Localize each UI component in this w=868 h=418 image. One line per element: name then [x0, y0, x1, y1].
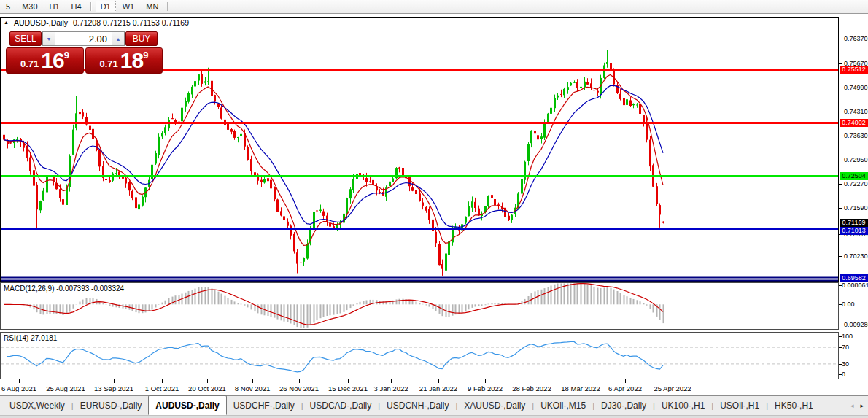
- date-tick-label: 13 Sep 2021: [94, 384, 133, 392]
- date-tick-label: 8 Nov 2021: [235, 384, 271, 392]
- indicator-tick-label: 100: [842, 333, 853, 340]
- timeframe-button-W1[interactable]: W1: [117, 1, 140, 12]
- chart-tab-usoil-h1[interactable]: USOil-,H1: [713, 397, 766, 414]
- chart-symbol-label: AUDUSD-,Daily: [14, 18, 68, 27]
- buy-price-button[interactable]: 0.71 18 9: [85, 47, 163, 74]
- indicator-tick-label: 0.00: [842, 301, 855, 308]
- volume-increase-button[interactable]: ▲: [112, 32, 124, 45]
- chart-ohlc-values: 0.71208 0.71215 0.71153 0.71169: [73, 18, 189, 27]
- date-tick-label: 25 Apr 2022: [654, 384, 691, 392]
- price-tick-label: 0.70230: [844, 252, 868, 260]
- buy-price-big: 18: [120, 50, 143, 71]
- timeframe-button-M30[interactable]: M30: [17, 1, 42, 12]
- date-tick-label: 26 Nov 2021: [279, 384, 319, 392]
- up-arrow-icon: ▲: [116, 36, 121, 42]
- date-tick-label: 28 Feb 2022: [512, 384, 551, 392]
- date-tick-label: 3 Jan 2022: [373, 384, 408, 392]
- down-arrow-icon: ▼: [47, 36, 52, 42]
- buy-button[interactable]: BUY: [125, 31, 158, 46]
- one-click-trading-panel: SELL ▼ ▲ BUY 0.71 16 9 0.71 18 9: [6, 31, 163, 73]
- timeframe-button-MN[interactable]: MN: [141, 1, 163, 12]
- chart-tab-usdchf-daily[interactable]: USDCHF-,Daily: [227, 397, 301, 414]
- volume-input[interactable]: [55, 32, 112, 45]
- tab-scroll-right-icon[interactable]: ▸: [860, 402, 864, 409]
- tabbar-bottom-strip: [0, 415, 868, 418]
- sell-price-button[interactable]: 0.71 16 9: [6, 47, 84, 74]
- chart-tab-usdcad-daily[interactable]: USDCAD-,Daily: [303, 397, 379, 414]
- indicator-tick-label: 70: [842, 344, 849, 351]
- sell-price-big: 16: [41, 50, 63, 71]
- timeframe-button-5[interactable]: 5: [1, 1, 15, 12]
- price-level-badge: 0.75512: [840, 66, 868, 74]
- date-tick-label: 6 Apr 2022: [608, 384, 642, 392]
- date-tick-label: 6 Aug 2021: [1, 384, 36, 392]
- indicator-tick-label: 30: [842, 360, 849, 368]
- chart-tab-dj30-daily[interactable]: DJ30-,Daily: [594, 397, 653, 414]
- chart-tab-usdcnh-daily[interactable]: USDCNH-,Daily: [380, 397, 455, 414]
- chart-tab-bar: USDX,Weekly|EURUSD-,DailyAUDUSD-,DailyUS…: [0, 396, 868, 415]
- date-tick-label: 1 Oct 2021: [145, 384, 179, 392]
- chart-tab-usdx-weekly[interactable]: USDX,Weekly: [3, 397, 71, 414]
- collapse-arrow-icon[interactable]: ▲: [4, 20, 9, 25]
- tab-scroll-arrows: ◂▸: [850, 402, 864, 409]
- date-tick-label: 25 Aug 2021: [46, 384, 85, 392]
- volume-decrease-button[interactable]: ▼: [43, 32, 55, 45]
- sell-button[interactable]: SELL: [9, 31, 42, 46]
- rsi-label: RSI(14) 27.0181: [4, 334, 57, 342]
- timeframe-button-D1[interactable]: D1: [96, 1, 116, 12]
- price-tick-label: 0.72270: [844, 180, 868, 187]
- date-tick-label: 15 Dec 2021: [328, 384, 368, 392]
- sell-price-sup: 9: [64, 50, 69, 61]
- chart-header: ▲ AUDUSD-,Daily 0.71208 0.71215 0.71153 …: [4, 18, 189, 27]
- chart-tab-xauusd-daily[interactable]: XAUUSD-,Daily: [457, 397, 532, 414]
- date-tick-label: 21 Jan 2022: [419, 384, 457, 392]
- macd-label: MACD(12,26,9) -0.007393 -0.003324: [4, 285, 124, 293]
- date-tick-label: 20 Oct 2021: [188, 384, 226, 392]
- chart-tab-eurusd-daily[interactable]: EURUSD-,Daily: [74, 397, 149, 414]
- buy-price-prefix: 0.71: [100, 58, 118, 69]
- indicator-tick-label: 0.008061: [842, 282, 868, 289]
- date-tick-label: 18 Mar 2022: [561, 384, 600, 392]
- toolbar-separator: [167, 2, 168, 11]
- timeframe-button-H4[interactable]: H4: [66, 1, 87, 12]
- date-tick-label: 9 Feb 2022: [468, 384, 503, 392]
- price-level-badge: 0.71169: [840, 219, 868, 227]
- chart-tab-hk50-h1[interactable]: HK50-,H1: [768, 397, 820, 414]
- price-tick-label: 0.74990: [844, 84, 868, 91]
- timeframe-button-H1[interactable]: H1: [44, 1, 65, 12]
- price-tick-label: 0.76370: [844, 35, 868, 42]
- price-level-badge: 0.69582: [840, 274, 868, 282]
- volume-stepper: ▼ ▲: [42, 31, 125, 46]
- buy-price-sup: 9: [143, 50, 148, 61]
- chart-tab-audusd-daily[interactable]: AUDUSD-,Daily: [148, 395, 226, 415]
- price-tick-label: 0.73630: [844, 132, 868, 139]
- price-tick-label: 0.74310: [844, 108, 868, 115]
- timeframe-toolbar: 5M30H1H4D1W1MN: [0, 0, 868, 14]
- toolbar-separator: [90, 2, 92, 11]
- price-tick-label: 0.71590: [844, 204, 868, 212]
- indicator-tick-label: -0.009286: [842, 321, 868, 328]
- indicator-tick-label: 0: [842, 371, 845, 378]
- chart-tab-ukoil-m15[interactable]: UKOil-,M15: [534, 397, 592, 414]
- sell-price-prefix: 0.71: [20, 58, 39, 69]
- price-level-badge: 0.74002: [840, 119, 868, 127]
- tab-scroll-left-icon[interactable]: ◂: [850, 402, 854, 409]
- price-level-badge: 0.71013: [840, 227, 868, 235]
- price-level-badge: 0.72504: [840, 172, 868, 180]
- chart-tab-uk100-h1[interactable]: UK100-,H1: [655, 397, 711, 414]
- price-tick-label: 0.72950: [844, 156, 868, 163]
